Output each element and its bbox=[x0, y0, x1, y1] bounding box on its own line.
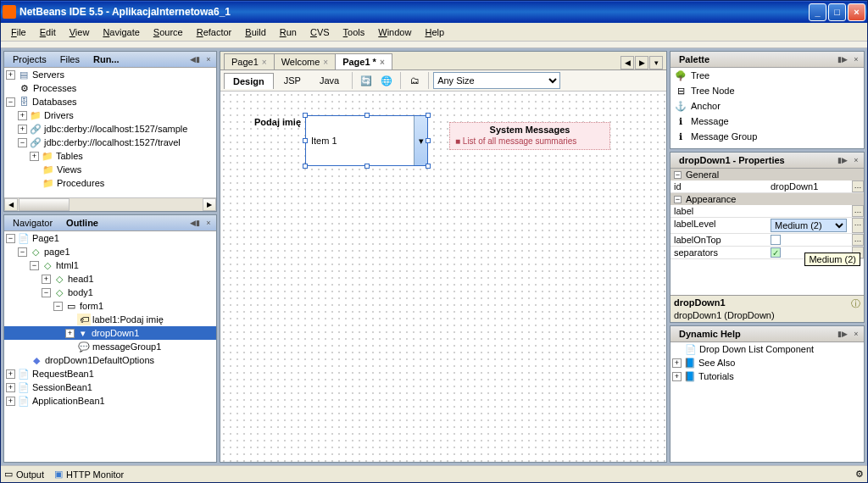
palette-msggroup[interactable]: ℹMessage Group bbox=[670, 129, 864, 144]
close-button[interactable]: × bbox=[848, 3, 865, 21]
tree-node-conn2[interactable]: −🔗jdbc:derby://localhost:1527/travel bbox=[4, 136, 216, 149]
canvas-label[interactable]: Podaj imię bbox=[254, 117, 301, 127]
tree-node-tables[interactable]: +📁Tables bbox=[4, 149, 216, 163]
editor-tab-welcome[interactable]: Welcome× bbox=[274, 53, 337, 69]
dynhelp-tutorials[interactable]: +📘Tutorials bbox=[670, 369, 864, 383]
menu-source[interactable]: Source bbox=[147, 25, 190, 39]
tab-scroll-left[interactable]: ◀ bbox=[620, 56, 634, 69]
checkbox[interactable] bbox=[771, 235, 781, 245]
subtab-design[interactable]: Design bbox=[224, 73, 274, 89]
outline-sessionbean[interactable]: +📄SessionBean1 bbox=[4, 380, 216, 394]
tab-menu-button[interactable]: ▾ bbox=[649, 56, 663, 69]
prop-labellevel[interactable]: labelLevel Medium (2) … bbox=[670, 218, 864, 234]
menu-cvs[interactable]: CVS bbox=[303, 25, 337, 39]
editor-tab-page1star[interactable]: Page1 *× bbox=[335, 53, 392, 69]
pane-dock-btn[interactable]: ▮▶ bbox=[837, 328, 849, 340]
size-select[interactable]: Any Size bbox=[433, 72, 560, 89]
menu-navigate[interactable]: Navigate bbox=[96, 25, 146, 39]
menu-tools[interactable]: Tools bbox=[337, 25, 372, 39]
ellipsis-button[interactable]: … bbox=[852, 205, 864, 217]
tree-node-conn1[interactable]: +🔗jdbc:derby://localhost:1527/sample bbox=[4, 122, 216, 136]
tree-node-databases[interactable]: −🗄Databases bbox=[4, 95, 216, 108]
outline-body1[interactable]: −◇body1 bbox=[4, 286, 216, 299]
help-icon[interactable]: ⓘ bbox=[851, 297, 860, 310]
pane-close-btn[interactable]: × bbox=[850, 154, 862, 166]
pane-dock-btn[interactable]: ▮▶ bbox=[837, 53, 849, 65]
design-canvas[interactable]: Podaj imię Item 1 ▾ System Messages List… bbox=[220, 92, 666, 462]
palette-tree[interactable]: 🌳Tree bbox=[670, 68, 864, 83]
menu-run[interactable]: Run bbox=[273, 25, 303, 39]
resize-handle[interactable] bbox=[364, 164, 370, 169]
preview-icon[interactable]: 🌐 bbox=[377, 71, 396, 90]
outline-head1[interactable]: +◇head1 bbox=[4, 272, 216, 286]
resize-handle[interactable] bbox=[364, 113, 370, 118]
outline-label1[interactable]: 🏷label1:Podaj imię bbox=[4, 313, 216, 326]
minimize-button[interactable]: _ bbox=[809, 3, 826, 21]
tab-navigator[interactable]: Navigator bbox=[6, 216, 59, 230]
props-section-appearance[interactable]: −Appearance bbox=[670, 193, 864, 205]
dynhelp-seealso[interactable]: +📘See Also bbox=[670, 356, 864, 369]
tab-projects[interactable]: Projects bbox=[6, 53, 53, 66]
subtab-jsp[interactable]: JSP bbox=[275, 73, 309, 88]
dynhelp-dropdown[interactable]: 📄Drop Down List Component bbox=[670, 342, 864, 356]
resize-handle[interactable] bbox=[303, 113, 308, 118]
close-icon[interactable]: × bbox=[323, 58, 328, 67]
titlebar[interactable]: NetBeans IDE 5.5 - AplikacjaInternetowa6… bbox=[1, 1, 867, 23]
pane-close-btn[interactable]: × bbox=[850, 53, 862, 65]
resize-handle[interactable] bbox=[426, 164, 431, 169]
prop-label[interactable]: label … bbox=[670, 205, 864, 218]
pane-dock-btn[interactable]: ◀▮ bbox=[189, 217, 201, 229]
outline-page1lc[interactable]: −◇page1 bbox=[4, 245, 216, 258]
canvas-dropdown[interactable]: Item 1 ▾ bbox=[305, 115, 428, 166]
tab-scroll-right[interactable]: ▶ bbox=[635, 56, 648, 69]
tree-node-procedures[interactable]: 📁Procedures bbox=[4, 176, 216, 190]
runtime-tree[interactable]: +▤Servers ⚙Processes −🗄Databases +📁Drive… bbox=[4, 68, 216, 197]
palette-treenode[interactable]: ⊟Tree Node bbox=[670, 83, 864, 98]
menu-view[interactable]: View bbox=[63, 25, 97, 39]
status-output[interactable]: ▭Output bbox=[4, 469, 44, 480]
tab-runtime[interactable]: Run... bbox=[86, 53, 126, 66]
ellipsis-button[interactable]: … bbox=[852, 218, 864, 233]
outline-html1[interactable]: −◇html1 bbox=[4, 258, 216, 272]
prop-labelontop[interactable]: labelOnTop … bbox=[670, 234, 864, 247]
tree-node-drivers[interactable]: +📁Drivers bbox=[4, 108, 216, 122]
outline-appbean[interactable]: +📄ApplicationBean1 bbox=[4, 394, 216, 408]
subtab-java[interactable]: Java bbox=[311, 73, 348, 88]
menu-help[interactable]: Help bbox=[418, 25, 451, 39]
properties-grid[interactable]: −General id dropDown1 … −Appearance labe… bbox=[670, 169, 864, 295]
dynhelp-tree[interactable]: 📄Drop Down List Component +📘See Also +📘T… bbox=[670, 342, 864, 462]
virtual-forms-icon[interactable]: 🗂 bbox=[405, 71, 424, 90]
tree-node-servers[interactable]: +▤Servers bbox=[4, 68, 216, 81]
pane-dock-btn[interactable]: ◀▮ bbox=[189, 53, 201, 65]
pane-close-btn[interactable]: × bbox=[203, 53, 214, 65]
labellevel-select[interactable]: Medium (2) bbox=[771, 219, 847, 232]
editor-tab-page1[interactable]: Page1× bbox=[224, 53, 275, 69]
outline-page1[interactable]: −📄Page1 bbox=[4, 231, 216, 245]
projects-hscroll[interactable]: ◀▶ bbox=[4, 197, 216, 211]
tab-outline[interactable]: Outline bbox=[59, 216, 105, 230]
outline-requestbean[interactable]: +📄RequestBean1 bbox=[4, 367, 216, 380]
resize-handle[interactable] bbox=[303, 138, 308, 143]
status-http-monitor[interactable]: ▣HTTP Monitor bbox=[54, 469, 124, 480]
tree-node-processes[interactable]: ⚙Processes bbox=[4, 81, 216, 95]
props-section-general[interactable]: −General bbox=[670, 169, 864, 180]
close-icon[interactable]: × bbox=[262, 58, 267, 67]
resize-handle[interactable] bbox=[303, 164, 308, 169]
menu-edit[interactable]: Edit bbox=[33, 25, 63, 39]
palette-list[interactable]: 🌳Tree ⊟Tree Node ⚓Anchor ℹMessage ℹMessa… bbox=[670, 68, 864, 148]
ellipsis-button[interactable]: … bbox=[852, 234, 864, 246]
prop-id[interactable]: id dropDown1 … bbox=[670, 180, 864, 193]
pane-close-btn[interactable]: × bbox=[850, 328, 862, 340]
outline-ddopts[interactable]: ◆dropDown1DefaultOptions bbox=[4, 353, 216, 367]
pane-dock-btn[interactable]: ▮▶ bbox=[837, 154, 849, 166]
ellipsis-button[interactable]: … bbox=[852, 180, 864, 192]
outline-dropdown1[interactable]: +▾dropDown1 bbox=[4, 326, 216, 340]
close-icon[interactable]: × bbox=[380, 58, 385, 67]
menu-window[interactable]: Window bbox=[371, 25, 418, 39]
refresh-icon[interactable]: 🔄 bbox=[357, 71, 376, 90]
resize-handle[interactable] bbox=[426, 138, 431, 143]
tree-node-views[interactable]: 📁Views bbox=[4, 163, 216, 176]
menu-build[interactable]: Build bbox=[238, 25, 272, 39]
outline-tree[interactable]: −📄Page1 −◇page1 −◇html1 +◇head1 −◇body1 … bbox=[4, 231, 216, 462]
resize-handle[interactable] bbox=[426, 113, 431, 118]
